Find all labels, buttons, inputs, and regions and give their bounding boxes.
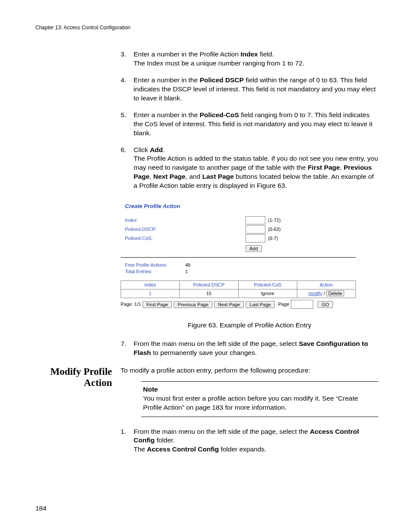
modify-intro: To modify a profile action entry, perfor… [121,366,378,375]
modify-1c: folder. [155,436,175,444]
cell-cos: Ignore [238,289,297,298]
cell-dscp: 15 [180,289,238,298]
page-word: Page [278,301,290,308]
step-5: 5. Enter a number in the Policed-CoS fie… [121,111,378,138]
page-number: 184 [35,504,47,513]
step-3-tail: field. [258,50,274,58]
cos-range: (0-7) [268,235,278,242]
cos-label: Policed-CoS: [125,235,246,242]
index-input[interactable] [246,216,265,224]
page-number-input[interactable] [291,300,313,309]
step-5-num: 5. [121,111,126,120]
step-6-last: Last Page [202,173,234,180]
step-3-line2: The Index must be a unique number rangin… [134,59,304,67]
chapter-header: Chapter 13: Access Control Configuration [35,24,378,31]
col-cos: Policied-CoS [238,281,297,289]
step-6-c: . [163,146,165,153]
step-3-num: 3. [121,50,126,59]
note-label: Note [143,385,377,394]
previous-page-button[interactable]: Previous Page [174,301,212,308]
step-4-num: 4. [121,76,126,85]
step-3: 3. Enter a number in the Profile Action … [121,50,378,68]
step-6-sep3: , and [186,173,202,180]
step-3-line1: Enter a number in the Profile Action Ind… [134,50,274,58]
step-6-next: Next Page [153,173,186,180]
dscp-input[interactable] [246,225,265,233]
add-button[interactable]: Add [246,245,262,252]
step-6-b: Add [150,146,163,153]
modify-step-1-num: 1. [121,427,126,436]
figure-63: Create Profile Action Index: (1-72) Poli… [121,202,378,330]
modify-2a: The [134,445,147,453]
dscp-label: Policed-DSCP: [125,226,246,233]
step-7-c: to permanently save your changes. [151,349,257,356]
total-entries-value: 1 [185,268,188,275]
col-index: Index [121,281,180,289]
step-5-a: Enter a number in the [134,111,199,118]
step-7-num: 7. [121,339,126,348]
step-4: 4. Enter a number in the Policed DSCP fi… [121,76,378,103]
figure-caption: Figure 63. Example of Profile Action Ent… [121,321,378,330]
index-range: (1-72) [268,217,280,224]
action-sep: / [322,291,326,296]
step-3-text: Enter a number in the Profile Action [134,50,240,58]
dscp-range: (0-63) [268,226,280,233]
step-3-index: Index [240,50,258,58]
modify-2c: folder expands. [219,445,266,453]
step-6: 6. Click Add. The Profile Action is adde… [121,146,378,191]
cell-action: modify / Delete [297,289,355,298]
modify-link[interactable]: modify [308,291,322,296]
modify-1a: From the main menu on the left side of t… [134,428,310,435]
heading-line2: Action [84,377,112,388]
cos-input[interactable] [246,234,265,243]
delete-button[interactable]: Delete [326,290,344,296]
step-6-first: First Page [308,164,340,171]
step-7: 7. From the main menu on the left side o… [121,339,378,358]
cell-index: 1 [121,289,180,298]
step-5-b: Policed-CoS [199,111,239,118]
figure-title: Create Profile Action [125,202,356,210]
col-dscp: Policied-DSCP [180,281,238,289]
table-row: 1 15 Ignore modify / Delete [121,289,356,298]
heading-line1: Modify Profile [50,366,112,377]
step-6-sep1: , [340,164,344,171]
col-action: Action [297,281,355,289]
step-6-a: Click [134,146,150,153]
first-page-button[interactable]: First Page [143,301,172,308]
modify-step-1: 1. From the main menu on the left side o… [121,427,378,454]
index-label: Index: [125,217,246,224]
step-4-b: Policed DSCP [199,76,244,84]
note-block: Note You must first enter a profile acti… [141,381,378,417]
free-actions-value: 48 [185,262,190,268]
step-4-a: Enter a number in the [134,76,199,84]
free-actions-label: Free Profile Actions: [125,262,185,268]
step-6-sep2: , [149,173,153,180]
next-page-button[interactable]: Next Page [214,301,244,308]
step-7-a: From the main menu on the left side of t… [134,340,299,347]
modify-2b: Access Control Config [147,445,219,453]
note-body: You must first enter a profile action be… [143,394,377,412]
page-label: Page: 1/1 [121,301,141,308]
modify-profile-action-heading: Modify Profile Action [35,366,121,389]
step-6-num: 6. [121,146,126,155]
go-button[interactable]: GO [318,301,333,308]
last-page-button[interactable]: Last Page [246,301,275,308]
profile-action-table: Index Policied-DSCP Policied-CoS Action … [121,280,356,298]
total-entries-label: Total Entries: [125,268,185,275]
divider [121,257,356,258]
table-header-row: Index Policied-DSCP Policied-CoS Action [121,281,356,289]
